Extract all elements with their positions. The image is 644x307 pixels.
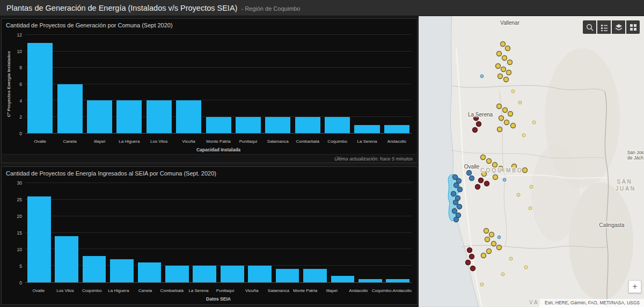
bar-Vicuña[interactable] — [176, 100, 201, 133]
bar-Ovalle[interactable] — [27, 196, 51, 282]
map-marker-gen[interactable] — [493, 175, 498, 180]
map-marker-red[interactable] — [470, 254, 474, 259]
bar-slot — [25, 35, 55, 133]
map-marker-red[interactable] — [475, 185, 480, 189]
map-marker-gen[interactable] — [496, 64, 501, 69]
map-marker-gen[interactable] — [489, 232, 494, 237]
bar-Illapel[interactable] — [87, 100, 112, 133]
map-marker-gen[interactable] — [497, 52, 502, 56]
map-canvas[interactable]: VallenarLa SerenaOvalleCOQUIMBOSANJUANCa… — [419, 16, 644, 307]
bar-La Serena[interactable] — [193, 266, 216, 282]
map-marker-gen[interactable] — [498, 74, 503, 79]
map-marker-red[interactable] — [471, 266, 475, 271]
map-marker-gen[interactable] — [501, 42, 506, 47]
bar-Canela[interactable] — [57, 84, 83, 134]
map-panel[interactable]: VallenarLa SerenaOvalleCOQUIMBOSANJUANCa… — [419, 16, 644, 307]
map-marker-ydot[interactable] — [511, 90, 515, 93]
map-marker-gen[interactable] — [497, 127, 502, 132]
map-marker-ydot[interactable] — [524, 266, 528, 269]
map-marker-red[interactable] — [485, 181, 489, 186]
map-marker-blue[interactable] — [470, 176, 474, 181]
bar-La Serena[interactable] — [354, 125, 379, 133]
map-marker-blue[interactable] — [454, 183, 459, 188]
map-legend-button[interactable] — [597, 20, 611, 34]
map-marker-bdot[interactable] — [503, 178, 506, 181]
bar-Ovalle[interactable] — [27, 43, 53, 133]
bar-La Higuera[interactable] — [110, 259, 134, 282]
page-subtitle: - Región de Coquimbo — [241, 4, 300, 12]
map-marker-ydot[interactable] — [532, 121, 536, 124]
map-marker-gen[interactable] — [508, 112, 513, 116]
bar-Los Vilos[interactable] — [147, 100, 172, 133]
map-marker-gen[interactable] — [523, 168, 528, 173]
map-search-button[interactable] — [583, 20, 596, 34]
map-marker-gen[interactable] — [487, 159, 492, 164]
map-marker-red[interactable] — [473, 128, 478, 133]
map-marker-gen[interactable] — [484, 229, 489, 233]
legend-icon — [600, 23, 609, 32]
map-marker-ydot[interactable] — [529, 207, 532, 210]
bar-Coquimbo[interactable] — [83, 256, 106, 282]
map-marker-gen[interactable] — [507, 70, 511, 75]
map-marker-ydot[interactable] — [518, 101, 522, 104]
map-marker-ydot[interactable] — [522, 134, 525, 137]
map-marker-gen[interactable] — [508, 60, 513, 65]
map-marker-gen[interactable] — [485, 237, 490, 242]
zoom-in-button[interactable]: + — [628, 280, 641, 293]
map-marker-blue[interactable] — [458, 187, 463, 192]
bar-La Higuera[interactable] — [116, 100, 142, 133]
map-marker-red[interactable] — [477, 122, 481, 127]
bar-Combarbalá[interactable] — [165, 266, 189, 282]
map-marker-gen[interactable] — [504, 77, 509, 82]
map-marker-gen[interactable] — [492, 242, 496, 246]
map-marker-gen[interactable] — [481, 155, 486, 160]
map-marker-gen[interactable] — [497, 104, 502, 109]
map-marker-gen[interactable] — [504, 120, 509, 125]
map-layers-button[interactable] — [612, 20, 625, 34]
map-marker-bdot[interactable] — [480, 75, 484, 78]
map-marker-blue[interactable] — [452, 209, 457, 214]
map-marker-ydot[interactable] — [509, 257, 513, 260]
bar-Combarbalá[interactable] — [295, 117, 320, 134]
x-category-label: Ovalle — [25, 137, 55, 144]
map-marker-gen[interactable] — [487, 249, 492, 254]
map-marker-blue[interactable] — [467, 171, 472, 176]
map-marker-bdot[interactable] — [497, 236, 501, 239]
map-marker-gen[interactable] — [499, 116, 504, 121]
map-marker-blue[interactable] — [454, 217, 459, 222]
map-marker-blue[interactable] — [453, 175, 458, 180]
map-marker-red[interactable] — [467, 248, 472, 253]
map-marker-red[interactable] — [466, 260, 471, 265]
bar-Punitaqui[interactable] — [221, 266, 244, 282]
map-marker-gen[interactable] — [511, 123, 516, 128]
map-marker-ydot[interactable] — [517, 193, 520, 196]
map-marker-gen[interactable] — [493, 163, 497, 167]
bar-Canela[interactable] — [138, 262, 162, 282]
map-marker-gen[interactable] — [502, 56, 507, 61]
bar-Salamanca[interactable] — [265, 117, 290, 134]
map-marker-gen[interactable] — [497, 245, 502, 250]
bar-Monte Patria[interactable] — [303, 269, 327, 282]
map-marker-gen[interactable] — [506, 46, 510, 51]
bar-Vicuña[interactable] — [248, 266, 272, 282]
map-marker-gen[interactable] — [501, 67, 506, 72]
bar-Monte Patria[interactable] — [206, 117, 231, 134]
bar-Coquimbo[interactable] — [325, 117, 350, 134]
map-marker-blue[interactable] — [453, 200, 458, 205]
bar-Andacollo[interactable] — [384, 125, 409, 133]
map-marker-ydot[interactable] — [530, 185, 533, 188]
bar-Coquimbo-Andacollo[interactable] — [386, 279, 409, 282]
bar-Punitaqui[interactable] — [236, 117, 261, 134]
bar-Andacollo[interactable] — [358, 279, 382, 282]
bar-Salamanca[interactable] — [276, 269, 299, 282]
map-marker-red[interactable] — [479, 178, 484, 183]
map-marker-ydot[interactable] — [501, 273, 504, 276]
map-marker-blue[interactable] — [457, 204, 462, 209]
bar-Los Vilos[interactable] — [55, 236, 78, 282]
map-marker-ydot[interactable] — [480, 283, 484, 286]
map-marker-gen[interactable] — [481, 253, 486, 258]
map-marker-gen[interactable] — [503, 108, 508, 113]
map-basemap-button[interactable] — [626, 20, 640, 34]
bar-Illapel[interactable] — [331, 276, 355, 282]
map-marker-blue[interactable] — [451, 192, 456, 196]
